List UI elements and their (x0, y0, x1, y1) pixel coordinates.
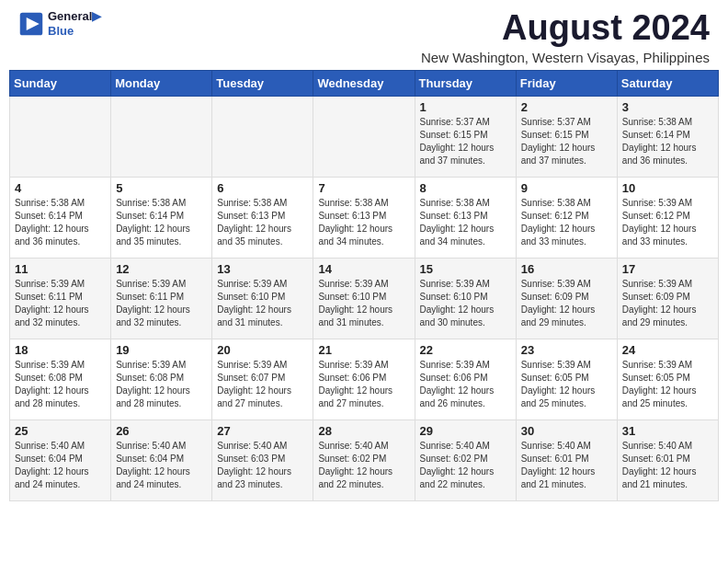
day-number: 17 (622, 262, 713, 276)
day-cell (111, 96, 212, 177)
day-cell: 11Sunrise: 5:39 AM Sunset: 6:11 PM Dayli… (10, 258, 111, 339)
day-info: Sunrise: 5:40 AM Sunset: 6:03 PM Dayligh… (217, 440, 308, 491)
day-cell: 14Sunrise: 5:39 AM Sunset: 6:10 PM Dayli… (313, 258, 415, 339)
day-cell (313, 96, 415, 177)
day-number: 21 (318, 343, 409, 357)
day-number: 25 (15, 424, 106, 438)
day-cell: 16Sunrise: 5:39 AM Sunset: 6:09 PM Dayli… (516, 258, 617, 339)
calendar-header: SundayMondayTuesdayWednesdayThursdayFrid… (10, 70, 719, 96)
day-info: Sunrise: 5:40 AM Sunset: 6:02 PM Dayligh… (318, 440, 409, 491)
day-number: 23 (521, 343, 612, 357)
day-cell: 21Sunrise: 5:39 AM Sunset: 6:06 PM Dayli… (313, 339, 415, 419)
day-info: Sunrise: 5:39 AM Sunset: 6:10 PM Dayligh… (420, 278, 511, 329)
header-day-sunday: Sunday (10, 70, 111, 96)
logo: General▶ Blue (18, 9, 101, 38)
day-cell: 10Sunrise: 5:39 AM Sunset: 6:12 PM Dayli… (617, 177, 718, 258)
day-number: 1 (420, 100, 511, 114)
day-info: Sunrise: 5:38 AM Sunset: 6:14 PM Dayligh… (15, 197, 106, 248)
day-number: 3 (622, 100, 713, 114)
day-info: Sunrise: 5:38 AM Sunset: 6:13 PM Dayligh… (217, 197, 308, 248)
day-number: 20 (217, 343, 308, 357)
day-number: 27 (217, 424, 308, 438)
day-info: Sunrise: 5:40 AM Sunset: 6:01 PM Dayligh… (521, 440, 612, 491)
day-cell: 6Sunrise: 5:38 AM Sunset: 6:13 PM Daylig… (212, 177, 313, 258)
day-info: Sunrise: 5:38 AM Sunset: 6:14 PM Dayligh… (622, 116, 713, 167)
day-cell: 20Sunrise: 5:39 AM Sunset: 6:07 PM Dayli… (212, 339, 313, 419)
day-number: 12 (116, 262, 207, 276)
day-number: 15 (420, 262, 511, 276)
day-cell: 15Sunrise: 5:39 AM Sunset: 6:10 PM Dayli… (415, 258, 516, 339)
title-block: August 2024 New Washington, Western Visa… (421, 9, 710, 65)
day-info: Sunrise: 5:39 AM Sunset: 6:11 PM Dayligh… (116, 278, 207, 329)
day-number: 16 (521, 262, 612, 276)
day-info: Sunrise: 5:39 AM Sunset: 6:10 PM Dayligh… (318, 278, 409, 329)
week-row-2: 4Sunrise: 5:38 AM Sunset: 6:14 PM Daylig… (10, 177, 719, 258)
day-cell: 12Sunrise: 5:39 AM Sunset: 6:11 PM Dayli… (111, 258, 212, 339)
logo-text: General▶ Blue (48, 9, 101, 38)
day-cell: 13Sunrise: 5:39 AM Sunset: 6:10 PM Dayli… (212, 258, 313, 339)
day-cell: 3Sunrise: 5:38 AM Sunset: 6:14 PM Daylig… (617, 96, 718, 177)
day-info: Sunrise: 5:39 AM Sunset: 6:09 PM Dayligh… (622, 278, 713, 329)
day-info: Sunrise: 5:40 AM Sunset: 6:04 PM Dayligh… (15, 440, 106, 491)
day-info: Sunrise: 5:39 AM Sunset: 6:05 PM Dayligh… (521, 359, 612, 410)
day-number: 11 (15, 262, 106, 276)
day-number: 22 (420, 343, 511, 357)
day-number: 9 (521, 181, 612, 195)
day-cell: 8Sunrise: 5:38 AM Sunset: 6:13 PM Daylig… (415, 177, 516, 258)
header-day-tuesday: Tuesday (212, 70, 313, 96)
day-info: Sunrise: 5:38 AM Sunset: 6:12 PM Dayligh… (521, 197, 612, 248)
day-cell: 18Sunrise: 5:39 AM Sunset: 6:08 PM Dayli… (10, 339, 111, 419)
calendar-container: SundayMondayTuesdayWednesdayThursdayFrid… (0, 70, 728, 511)
day-info: Sunrise: 5:39 AM Sunset: 6:06 PM Dayligh… (420, 359, 511, 410)
header-day-wednesday: Wednesday (313, 70, 415, 96)
day-number: 31 (622, 424, 713, 438)
day-number: 2 (521, 100, 612, 114)
day-info: Sunrise: 5:39 AM Sunset: 6:09 PM Dayligh… (521, 278, 612, 329)
day-cell: 26Sunrise: 5:40 AM Sunset: 6:04 PM Dayli… (111, 419, 212, 500)
day-number: 19 (116, 343, 207, 357)
header-row: SundayMondayTuesdayWednesdayThursdayFrid… (10, 70, 719, 96)
day-info: Sunrise: 5:39 AM Sunset: 6:08 PM Dayligh… (116, 359, 207, 410)
day-cell: 28Sunrise: 5:40 AM Sunset: 6:02 PM Dayli… (313, 419, 415, 500)
day-info: Sunrise: 5:39 AM Sunset: 6:10 PM Dayligh… (217, 278, 308, 329)
day-cell: 29Sunrise: 5:40 AM Sunset: 6:02 PM Dayli… (415, 419, 516, 500)
day-cell: 1Sunrise: 5:37 AM Sunset: 6:15 PM Daylig… (415, 96, 516, 177)
day-cell (212, 96, 313, 177)
day-number: 26 (116, 424, 207, 438)
day-number: 13 (217, 262, 308, 276)
day-number: 10 (622, 181, 713, 195)
week-row-3: 11Sunrise: 5:39 AM Sunset: 6:11 PM Dayli… (10, 258, 719, 339)
day-number: 6 (217, 181, 308, 195)
day-info: Sunrise: 5:40 AM Sunset: 6:01 PM Dayligh… (622, 440, 713, 491)
week-row-1: 1Sunrise: 5:37 AM Sunset: 6:15 PM Daylig… (10, 96, 719, 177)
day-info: Sunrise: 5:40 AM Sunset: 6:04 PM Dayligh… (116, 440, 207, 491)
day-info: Sunrise: 5:38 AM Sunset: 6:14 PM Dayligh… (116, 197, 207, 248)
day-info: Sunrise: 5:39 AM Sunset: 6:06 PM Dayligh… (318, 359, 409, 410)
day-number: 5 (116, 181, 207, 195)
day-info: Sunrise: 5:39 AM Sunset: 6:07 PM Dayligh… (217, 359, 308, 410)
day-cell: 2Sunrise: 5:37 AM Sunset: 6:15 PM Daylig… (516, 96, 617, 177)
month-title: August 2024 (421, 9, 710, 48)
week-row-5: 25Sunrise: 5:40 AM Sunset: 6:04 PM Dayli… (10, 419, 719, 500)
day-info: Sunrise: 5:38 AM Sunset: 6:13 PM Dayligh… (420, 197, 511, 248)
day-cell: 30Sunrise: 5:40 AM Sunset: 6:01 PM Dayli… (516, 419, 617, 500)
day-number: 29 (420, 424, 511, 438)
day-info: Sunrise: 5:39 AM Sunset: 6:08 PM Dayligh… (15, 359, 106, 410)
day-number: 18 (15, 343, 106, 357)
day-number: 28 (318, 424, 409, 438)
day-cell: 22Sunrise: 5:39 AM Sunset: 6:06 PM Dayli… (415, 339, 516, 419)
day-info: Sunrise: 5:39 AM Sunset: 6:11 PM Dayligh… (15, 278, 106, 329)
day-number: 7 (318, 181, 409, 195)
day-info: Sunrise: 5:39 AM Sunset: 6:05 PM Dayligh… (622, 359, 713, 410)
day-number: 4 (15, 181, 106, 195)
day-cell: 31Sunrise: 5:40 AM Sunset: 6:01 PM Dayli… (617, 419, 718, 500)
day-cell: 23Sunrise: 5:39 AM Sunset: 6:05 PM Dayli… (516, 339, 617, 419)
day-cell: 24Sunrise: 5:39 AM Sunset: 6:05 PM Dayli… (617, 339, 718, 419)
day-cell: 9Sunrise: 5:38 AM Sunset: 6:12 PM Daylig… (516, 177, 617, 258)
header-day-monday: Monday (111, 70, 212, 96)
logo-icon (18, 11, 44, 37)
day-cell: 17Sunrise: 5:39 AM Sunset: 6:09 PM Dayli… (617, 258, 718, 339)
header-day-saturday: Saturday (617, 70, 718, 96)
day-cell: 25Sunrise: 5:40 AM Sunset: 6:04 PM Dayli… (10, 419, 111, 500)
day-info: Sunrise: 5:37 AM Sunset: 6:15 PM Dayligh… (420, 116, 511, 167)
